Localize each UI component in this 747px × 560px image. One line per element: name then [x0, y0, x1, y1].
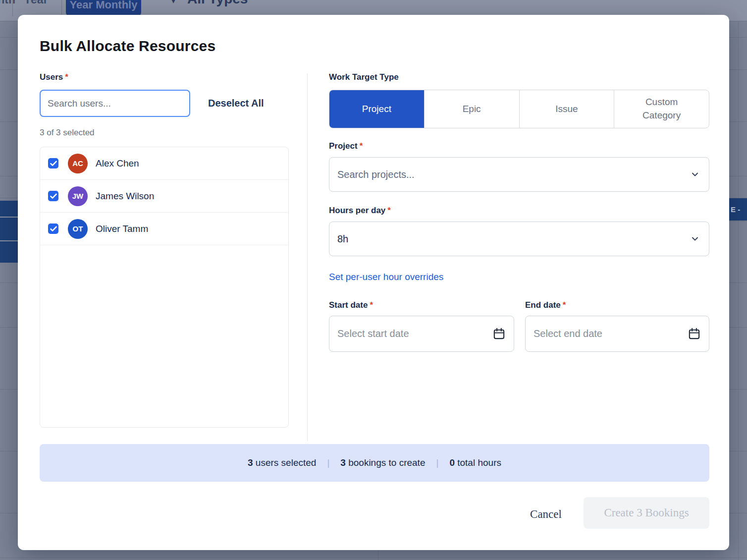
users-selected-stat: 3 users selected: [248, 457, 316, 468]
end-date-label: End date*: [525, 300, 566, 310]
user-list: AC Alex Chen JW James Wilson OT Oliver T…: [40, 147, 289, 428]
project-select-placeholder: Search projects...: [329, 169, 690, 180]
hours-per-day-select[interactable]: 8h: [329, 222, 709, 256]
tab-epic[interactable]: Epic: [425, 90, 520, 128]
user-name: Oliver Tamm: [96, 224, 148, 234]
summary-separator: |: [436, 457, 438, 468]
selection-summary: 3 of 3 selected: [40, 128, 95, 138]
summary-bar: 3 users selected | 3 bookings to create …: [40, 444, 709, 482]
users-label: Users*: [40, 72, 68, 82]
check-icon: [50, 161, 57, 167]
work-target-type-tabs: Project Epic Issue Custom Category: [329, 90, 709, 128]
hours-per-day-value: 8h: [329, 233, 690, 245]
bookings-stat: 3 bookings to create: [340, 457, 425, 468]
year-view-button: Year: [24, 0, 48, 6]
user-checkbox[interactable]: [48, 158, 58, 168]
modal-title: Bulk Allocate Resources: [40, 38, 215, 55]
work-target-type-label: Work Target Type: [329, 72, 399, 82]
summary-separator: |: [327, 457, 329, 468]
chevron-down-icon: [690, 169, 700, 179]
project-select[interactable]: Search projects...: [329, 157, 709, 192]
bookings-count: 3: [340, 457, 346, 468]
user-row[interactable]: JW James Wilson: [40, 180, 288, 213]
calendar-icon: [688, 327, 701, 340]
month-view-button: Month: [0, 0, 15, 6]
hours-label-text: Hours per day: [329, 206, 385, 215]
check-icon: [50, 193, 57, 199]
start-date-placeholder: Select start date: [329, 328, 492, 339]
backdrop-booking-bar: E -: [729, 198, 747, 221]
project-label-text: Project: [329, 141, 358, 151]
screen: E - Month Year Year Monthly ▾ All Types …: [0, 0, 747, 560]
filter-caret-icon: ▾: [171, 0, 176, 6]
tab-issue[interactable]: Issue: [520, 90, 615, 128]
bookings-text: bookings to create: [346, 457, 426, 468]
search-users-input[interactable]: [40, 90, 190, 117]
check-icon: [50, 226, 57, 232]
users-label-text: Users: [40, 72, 63, 82]
create-bookings-button[interactable]: Create 3 Bookings: [584, 497, 709, 529]
total-hours-text: total hours: [455, 457, 501, 468]
user-name: James Wilson: [96, 191, 154, 202]
start-date-label-text: Start date: [329, 300, 368, 310]
toolbar-separator: [61, 0, 62, 16]
required-marker: *: [65, 72, 68, 82]
required-marker: *: [370, 300, 373, 310]
end-date-placeholder: Select end date: [526, 328, 688, 339]
users-selected-text: users selected: [253, 457, 317, 468]
column-divider: [307, 73, 308, 441]
user-checkbox[interactable]: [48, 224, 58, 234]
tab-custom-category[interactable]: Custom Category: [614, 90, 709, 128]
project-label: Project*: [329, 141, 363, 151]
user-checkbox[interactable]: [48, 191, 58, 201]
deselect-all-button[interactable]: Deselect All: [208, 90, 264, 117]
total-hours-stat: 0 total hours: [449, 457, 501, 468]
cancel-button[interactable]: Cancel: [517, 503, 575, 526]
users-selected-count: 3: [248, 457, 253, 468]
avatar: JW: [68, 186, 88, 206]
required-marker: *: [360, 141, 363, 151]
backdrop-row-line: [0, 558, 747, 558]
bulk-allocate-modal: Bulk Allocate Resources Users* Deselect …: [18, 15, 729, 550]
required-marker: *: [387, 206, 391, 215]
per-user-overrides-link[interactable]: Set per-user hour overrides: [329, 272, 443, 282]
tab-project[interactable]: Project: [329, 90, 425, 128]
user-row[interactable]: OT Oliver Tamm: [40, 213, 288, 245]
required-marker: *: [563, 300, 566, 310]
filter-all-types-label: All Types: [187, 0, 248, 7]
user-name: Alex Chen: [96, 158, 139, 169]
end-date-input[interactable]: Select end date: [525, 316, 709, 352]
total-hours-count: 0: [449, 457, 455, 468]
chevron-down-icon: [690, 234, 700, 244]
avatar: OT: [68, 219, 88, 239]
avatar: AC: [68, 154, 88, 173]
start-date-label: Start date*: [329, 300, 373, 310]
start-date-input[interactable]: Select start date: [329, 316, 514, 352]
end-date-label-text: End date: [525, 300, 561, 310]
year-monthly-view-button: Year Monthly: [66, 0, 141, 16]
hours-per-day-label: Hours per day*: [329, 206, 391, 216]
backdrop-column-line: [738, 21, 739, 560]
calendar-icon: [492, 327, 506, 340]
user-row[interactable]: AC Alex Chen: [40, 147, 288, 180]
